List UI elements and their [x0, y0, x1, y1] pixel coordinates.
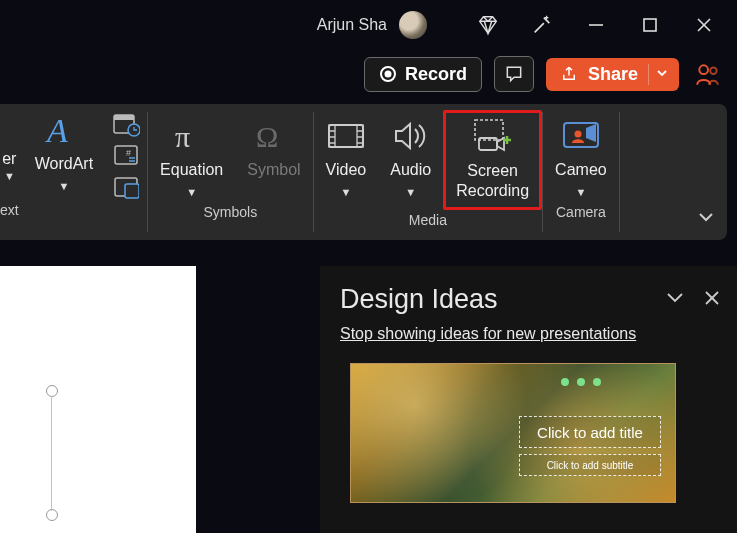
record-button[interactable]: Record: [364, 57, 482, 92]
stop-showing-ideas-link[interactable]: Stop showing ideas for new presentations: [320, 325, 737, 357]
share-button[interactable]: Share: [546, 58, 679, 91]
slide-number-button[interactable]: #: [111, 142, 141, 170]
camera-group-label: Camera: [556, 204, 606, 224]
collapse-button[interactable]: [665, 289, 685, 311]
chevron-down-icon: ▼: [4, 170, 15, 182]
svg-text:A: A: [45, 112, 68, 149]
svg-point-6: [699, 65, 708, 74]
equation-icon: π: [172, 116, 212, 156]
chevron-down-icon: ▼: [575, 186, 586, 198]
design-ideas-title: Design Ideas: [340, 284, 498, 315]
wordart-button[interactable]: A WordArt ▼: [23, 104, 105, 196]
audio-icon: [392, 116, 430, 156]
svg-point-5: [384, 71, 391, 78]
symbol-label: Symbol: [247, 160, 300, 180]
chevron-down-icon: ▼: [405, 186, 416, 198]
partial-item-label: er: [2, 150, 16, 168]
ribbon-expand-button[interactable]: [697, 210, 715, 228]
symbols-group-label: Symbols: [204, 204, 258, 224]
svg-rect-18: [329, 125, 363, 147]
object-button[interactable]: [111, 174, 141, 202]
magic-wand-icon[interactable]: [519, 5, 565, 45]
thumb-title-placeholder: Click to add title: [519, 416, 661, 448]
video-icon: [326, 116, 366, 156]
chevron-down-icon: ▼: [58, 180, 69, 192]
premium-icon[interactable]: [465, 5, 511, 45]
selection-handle[interactable]: [46, 509, 58, 521]
chevron-down-icon: ▼: [186, 186, 197, 198]
share-chevron-icon[interactable]: [648, 64, 669, 85]
svg-text:π: π: [175, 120, 190, 153]
svg-text:Ω: Ω: [256, 120, 278, 153]
close-button[interactable]: [681, 5, 727, 45]
svg-rect-10: [114, 115, 134, 120]
symbol-icon: Ω: [254, 116, 294, 156]
svg-text:#: #: [126, 148, 131, 158]
maximize-button[interactable]: [627, 5, 673, 45]
record-label: Record: [405, 64, 467, 85]
screen-recording-icon: [471, 117, 515, 157]
comments-button[interactable]: [494, 56, 534, 92]
present-mode-button[interactable]: [691, 56, 725, 92]
equation-label: Equation: [160, 160, 223, 180]
share-label: Share: [588, 64, 638, 85]
equation-button[interactable]: π Equation ▼: [148, 110, 235, 202]
user-name: Arjun Sha: [317, 16, 387, 34]
svg-point-7: [710, 68, 717, 75]
media-group-label: Media: [409, 212, 447, 232]
cameo-button[interactable]: Cameo ▼: [543, 110, 619, 202]
user-avatar[interactable]: [399, 11, 427, 39]
cameo-icon: [561, 116, 601, 156]
wordart-icon: A: [43, 110, 85, 150]
selection-handle[interactable]: [46, 385, 58, 397]
symbol-button: Ω Symbol: [235, 110, 312, 202]
design-idea-thumbnail[interactable]: Click to add title Click to add subtitle: [350, 363, 676, 503]
minimize-button[interactable]: [573, 5, 619, 45]
cameo-label: Cameo: [555, 160, 607, 180]
partial-group-label: ext: [0, 202, 19, 222]
chevron-down-icon: ▼: [340, 186, 351, 198]
wordart-label: WordArt: [35, 154, 93, 174]
date-time-button[interactable]: [111, 110, 141, 138]
slide-canvas[interactable]: [0, 266, 196, 533]
audio-button[interactable]: Audio ▼: [378, 110, 443, 210]
screen-recording-button[interactable]: Screen Recording: [443, 110, 542, 210]
svg-rect-1: [644, 19, 656, 31]
ribbon: er ▼ ext A WordArt ▼ #: [0, 104, 727, 240]
thumb-subtitle-placeholder: Click to add subtitle: [519, 454, 661, 476]
screen-recording-label: Screen Recording: [456, 161, 529, 201]
video-button[interactable]: Video ▼: [314, 110, 379, 210]
video-label: Video: [326, 160, 367, 180]
svg-point-26: [574, 131, 581, 138]
close-pane-button[interactable]: [703, 289, 721, 311]
svg-rect-15: [125, 184, 139, 198]
design-ideas-pane: Design Ideas Stop showing ideas for new …: [320, 266, 737, 533]
svg-rect-21: [475, 120, 503, 140]
audio-label: Audio: [390, 160, 431, 180]
